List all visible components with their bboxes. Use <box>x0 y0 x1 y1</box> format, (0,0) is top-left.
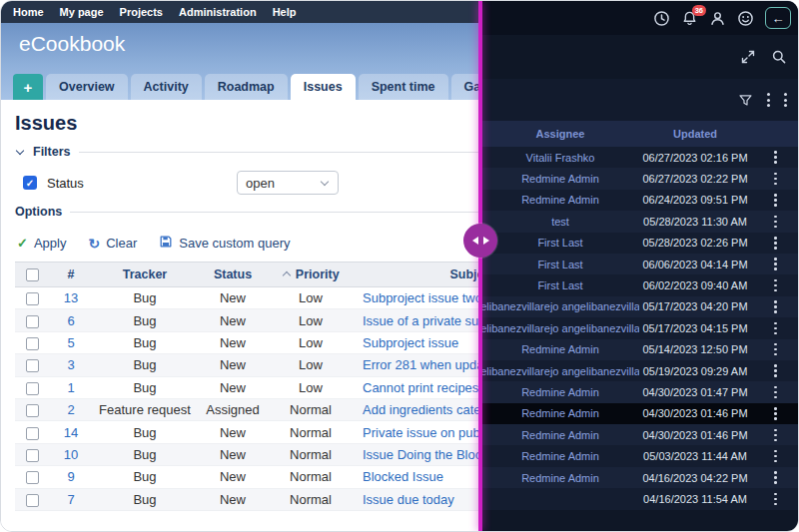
column-header-priority[interactable]: Priority <box>269 267 353 281</box>
clear-button[interactable]: ↻ Clear <box>88 236 137 251</box>
kebab-menu-icon[interactable] <box>767 93 770 107</box>
issue-subject-link[interactable]: Add ingredients categories <box>363 402 481 417</box>
issue-subject-link[interactable]: Subproject issue two <box>363 290 481 305</box>
row-menu-icon[interactable] <box>751 429 798 442</box>
assignee-link[interactable]: Redmine Admin <box>481 168 639 189</box>
dark-issue-row[interactable]: Redmine Admin 04/30/2023 01:46 PM <box>481 403 798 424</box>
project-tab[interactable]: Activity <box>131 74 202 100</box>
help-icon[interactable] <box>737 10 754 27</box>
expand-icon[interactable] <box>740 49 756 65</box>
assignee-link[interactable]: Redmine Admin <box>481 467 639 488</box>
assignee-link[interactable]: Redmine Admin <box>481 403 639 424</box>
assignee-link[interactable]: angelibanezvillarejo angelibanezvillarej… <box>481 296 639 317</box>
issue-id-link[interactable]: 7 <box>67 492 74 507</box>
issue-id-link[interactable]: 2 <box>67 402 74 417</box>
select-all-checkbox[interactable] <box>15 267 49 281</box>
project-tab[interactable]: Gantt <box>451 74 481 100</box>
row-menu-icon[interactable] <box>751 450 798 463</box>
row-menu-icon[interactable] <box>751 279 798 292</box>
row-checkbox[interactable] <box>26 494 39 507</box>
status-checkbox[interactable]: ✓ <box>23 176 37 190</box>
row-checkbox[interactable] <box>26 359 39 372</box>
issue-id-link[interactable]: 13 <box>64 290 78 305</box>
issue-id-link[interactable]: 14 <box>64 425 78 440</box>
assignee-link[interactable]: Vitalii Frashko <box>481 147 639 168</box>
dark-issue-row[interactable]: test 05/28/2023 11:30 AM <box>481 211 798 232</box>
assignee-link[interactable]: angelibanezvillarejo angelibanezvillarej… <box>481 317 639 338</box>
column-header-subject[interactable]: Subject <box>353 267 481 281</box>
row-checkbox[interactable] <box>26 471 39 484</box>
comparison-slider-handle[interactable] <box>463 224 497 258</box>
row-menu-icon[interactable] <box>751 194 798 207</box>
issue-subject-link[interactable]: Issue due today <box>363 492 454 507</box>
dark-issue-row[interactable]: Redmine Admin 05/14/2023 12:50 PM <box>481 339 798 360</box>
top-menu-item[interactable]: Projects <box>120 6 163 18</box>
assignee-link[interactable]: First Last <box>481 254 639 274</box>
assignee-link[interactable]: First Last <box>481 233 639 254</box>
assignee-link[interactable]: Redmine Admin <box>481 445 639 466</box>
dark-issue-row[interactable]: Redmine Admin 05/03/2023 11:44 AM <box>481 445 798 466</box>
row-menu-icon[interactable] <box>751 322 798 335</box>
dark-issue-row[interactable]: Redmine Admin 04/16/2023 04:22 PM <box>481 467 798 488</box>
row-checkbox[interactable] <box>26 449 39 462</box>
status-filter-label[interactable]: Status <box>47 176 237 191</box>
status-filter-select[interactable]: open <box>237 171 339 195</box>
row-menu-icon[interactable] <box>751 471 798 484</box>
user-icon[interactable] <box>709 10 726 27</box>
time-icon[interactable] <box>653 10 670 27</box>
issue-id-link[interactable]: 3 <box>67 357 74 372</box>
row-checkbox[interactable] <box>26 404 39 417</box>
assignee-link[interactable]: Redmine Admin <box>481 339 639 360</box>
dark-issue-row[interactable]: First Last 06/02/2023 09:40 AM <box>481 274 798 295</box>
assignee-link[interactable]: Redmine Admin <box>481 190 639 211</box>
filters-toggle[interactable]: Filters <box>15 145 481 159</box>
row-menu-icon[interactable] <box>751 151 798 164</box>
issue-subject-link[interactable]: Private issue on public project <box>363 425 481 440</box>
issue-id-link[interactable]: 10 <box>64 447 78 462</box>
row-menu-icon[interactable] <box>751 258 798 270</box>
assignee-link[interactable]: angelibanezvillarejo angelibanezvillarej… <box>481 360 639 381</box>
search-icon[interactable] <box>771 49 787 65</box>
issue-id-link[interactable]: 1 <box>67 380 74 395</box>
assignee-link[interactable]: First Last <box>481 274 639 295</box>
dark-issue-row[interactable]: Redmine Admin 06/27/2023 02:22 PM <box>481 168 798 189</box>
assignee-link[interactable]: Redmine Admin <box>481 381 639 402</box>
top-menu-item[interactable]: My page <box>60 6 104 18</box>
row-menu-icon[interactable] <box>751 300 798 313</box>
issue-subject-link[interactable]: Blocked Issue <box>363 469 443 484</box>
issue-subject-link[interactable]: Error 281 when updating a recipe <box>363 357 481 372</box>
row-menu-icon[interactable] <box>751 364 798 377</box>
row-checkbox[interactable] <box>26 427 39 440</box>
issue-id-link[interactable]: 9 <box>67 469 74 484</box>
save-custom-query-button[interactable]: Save custom query <box>159 235 290 252</box>
project-tab[interactable]: Roadmap <box>205 74 288 100</box>
column-header-updated[interactable]: Updated <box>639 128 751 140</box>
dark-issue-row[interactable]: 04/16/2023 11:54 AM <box>481 488 798 509</box>
column-header-tracker[interactable]: Tracker <box>93 267 197 281</box>
row-checkbox[interactable] <box>26 337 39 350</box>
dark-issue-row[interactable]: Redmine Admin 04/30/2023 01:47 PM <box>481 381 798 402</box>
issue-subject-link[interactable]: Issue of a private subproject <box>363 313 481 328</box>
column-header-status[interactable]: Status <box>197 267 269 281</box>
back-button[interactable]: ← <box>765 7 791 29</box>
row-menu-icon[interactable] <box>751 173 798 186</box>
apply-button[interactable]: ✓ Apply <box>17 236 66 251</box>
kebab-menu-icon[interactable] <box>784 93 787 107</box>
assignee-link[interactable]: Redmine Admin <box>481 424 639 445</box>
issue-id-link[interactable]: 5 <box>67 335 74 350</box>
assignee-link[interactable] <box>481 488 639 509</box>
row-menu-icon[interactable] <box>751 343 798 356</box>
dark-issue-row[interactable]: Vitalii Frashko 06/27/2023 02:16 PM <box>481 147 798 168</box>
row-checkbox[interactable] <box>26 382 39 395</box>
options-toggle[interactable]: Options <box>15 205 481 219</box>
dark-issue-row[interactable]: Redmine Admin 06/24/2023 09:51 PM <box>481 190 798 211</box>
top-menu-item[interactable]: Help <box>273 6 297 18</box>
notifications-icon[interactable]: 36 <box>681 10 698 27</box>
dark-issue-row[interactable]: angelibanezvillarejo angelibanezvillarej… <box>481 317 798 338</box>
row-menu-icon[interactable] <box>751 237 798 250</box>
row-menu-icon[interactable] <box>751 493 798 506</box>
row-checkbox[interactable] <box>26 292 39 305</box>
column-header-assignee[interactable]: Assignee <box>481 128 639 140</box>
dark-issue-row[interactable]: First Last 06/06/2023 04:14 PM <box>481 254 798 274</box>
issue-subject-link[interactable]: Cannot print recipes <box>363 380 478 395</box>
